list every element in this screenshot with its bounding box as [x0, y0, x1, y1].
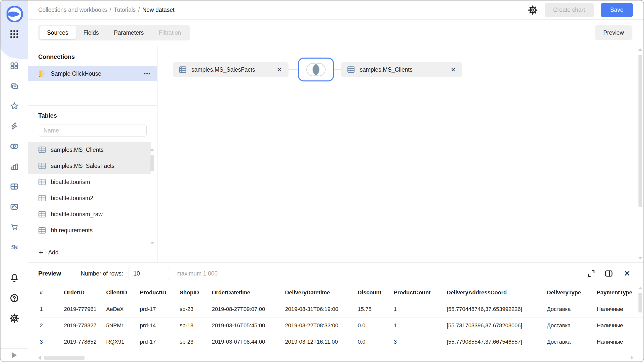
column-header-paymenttype: PaymentType: [597, 284, 643, 301]
preview-vertical-scrollbar[interactable]: [638, 287, 642, 350]
remove-source-icon[interactable]: ✕: [450, 66, 456, 73]
canvas-scrollbar[interactable]: [638, 48, 642, 259]
scroll-up-icon[interactable]: [638, 287, 642, 289]
marketplace-icon[interactable]: [9, 222, 19, 232]
table-row: 12019-777961AeDeXprd-17sp-232019-08-27T0…: [40, 301, 643, 317]
charts-icon[interactable]: [9, 161, 19, 171]
tab-parameters[interactable]: Parameters: [106, 26, 151, 39]
column-header-discount: Discount: [358, 284, 394, 301]
cell: 0.0: [358, 334, 394, 350]
table-search-input[interactable]: [39, 127, 146, 134]
notifications-icon[interactable]: [9, 273, 19, 283]
play-triangle-icon: [12, 352, 17, 358]
save-button[interactable]: Save: [601, 3, 633, 17]
scroll-down-icon[interactable]: [150, 242, 154, 244]
apps-grid-icon[interactable]: [10, 30, 18, 38]
fullscreen-icon[interactable]: [587, 269, 595, 278]
tabs-segmented-control: SourcesFieldsParametersFiltration: [38, 25, 190, 40]
remove-source-icon[interactable]: ✕: [276, 66, 283, 73]
split-view-icon[interactable]: [605, 269, 613, 278]
preview-table: #OrderIDClientIDProductIDShopIDOrderDate…: [40, 284, 643, 350]
create-chart-button[interactable]: Create chart: [545, 3, 594, 17]
source-chip-label: samples.MS_SalesFacts: [191, 66, 272, 73]
table-icon: [38, 146, 46, 153]
connection-name: Sample ClickHouse: [51, 70, 139, 77]
tab-bar: SourcesFieldsParametersFiltration Previe…: [28, 20, 643, 46]
table-list-item[interactable]: bibattle.tourism_raw: [28, 206, 151, 222]
table-list-item[interactable]: hh.requirements: [28, 222, 151, 238]
close-preview-icon[interactable]: ✕: [622, 269, 632, 278]
gallery-icon[interactable]: [9, 202, 19, 212]
preview-toggle-button[interactable]: Preview: [595, 25, 632, 40]
table-row: 22019-7783275NPMrprd-14sp-182019-03-16T0…: [40, 317, 643, 334]
help-icon[interactable]: [9, 293, 19, 303]
cell: 2019-777961: [64, 301, 106, 317]
scrollbar-thumb[interactable]: [638, 293, 642, 312]
tab-sources[interactable]: Sources: [39, 26, 76, 39]
datasets-icon[interactable]: [9, 141, 19, 151]
connection-item[interactable]: Sample ClickHouse •••: [28, 66, 157, 81]
more-menu-icon[interactable]: •••: [144, 71, 151, 76]
widgets-icon[interactable]: [9, 61, 19, 71]
cell: Доставка: [547, 301, 597, 317]
settings-icon[interactable]: [9, 313, 19, 323]
scrollbar-thumb[interactable]: [150, 155, 154, 171]
rows-max-hint: maximum 1 000: [176, 270, 218, 277]
breadcrumb-item[interactable]: Collections and workbooks: [38, 7, 107, 13]
dashboards-icon[interactable]: [9, 182, 19, 192]
table-list-item[interactable]: samples.MS_SalesFacts: [28, 158, 151, 174]
cell: Доставка: [547, 334, 597, 350]
table-name: bibattle.tourism2: [51, 195, 93, 202]
expand-panel-icon[interactable]: [1, 348, 28, 361]
cell: [55.731703396,37.678203006]: [447, 317, 547, 334]
datalens-logo-icon[interactable]: [7, 6, 23, 22]
scroll-down-icon[interactable]: [638, 257, 642, 259]
preview-panel: Preview Number of rows: maximum 1 000: [28, 262, 643, 361]
rows-count-input[interactable]: [129, 267, 169, 280]
favorites-icon[interactable]: [9, 101, 19, 111]
source-chip-salesfacts[interactable]: samples.MS_SalesFacts ✕: [173, 62, 289, 77]
table-row: 32019-778652RQX91prd-17sp-232019-03-07T0…: [40, 334, 643, 350]
scroll-left-icon[interactable]: [38, 356, 41, 360]
preview-horizontal-scrollbar[interactable]: [38, 355, 633, 360]
table-list-item[interactable]: samples.MS_Clients: [28, 142, 151, 158]
tables-scrollbar[interactable]: [150, 148, 154, 244]
scrollbar-thumb[interactable]: [44, 356, 85, 360]
cell: 2019-08-27T09:07:00: [212, 301, 285, 317]
scroll-right-icon[interactable]: [631, 356, 633, 360]
table-name: bibattle.tourism: [51, 179, 90, 186]
tab-filtration[interactable]: Filtration: [151, 26, 189, 39]
table-list-item[interactable]: bibattle.tourism: [28, 174, 151, 190]
tab-fields[interactable]: Fields: [76, 26, 106, 39]
scroll-up-icon[interactable]: [638, 48, 642, 51]
breadcrumb-item[interactable]: Tutorials: [114, 7, 136, 13]
column-header-productid: ProductID: [140, 284, 180, 301]
cell: Доставка: [547, 317, 597, 334]
table-name: hh.requirements: [51, 227, 93, 234]
scrollbar-thumb[interactable]: [638, 55, 642, 207]
breadcrumb: Collections and workbooks/Tutorials/New …: [38, 7, 528, 13]
connections-icon[interactable]: [9, 121, 19, 131]
table-list-item[interactable]: bibattle.tourism2: [28, 190, 151, 206]
breadcrumb-separator: /: [138, 7, 140, 13]
scroll-up-icon[interactable]: [150, 148, 154, 151]
join-node[interactable]: [298, 58, 334, 81]
cell: 2019-778327: [64, 317, 106, 334]
collections-icon[interactable]: [9, 81, 19, 91]
source-chip-clients[interactable]: samples.MS_Clients ✕: [341, 62, 462, 77]
cell: 2019-03-12T16:11:00: [285, 334, 358, 350]
column-header-num: #: [40, 284, 64, 301]
column-header-orderid: OrderID: [64, 284, 106, 301]
add-label: Add: [48, 249, 59, 256]
services-icon[interactable]: [9, 242, 19, 252]
cell: 0.0: [358, 317, 394, 334]
sources-content: Connections Sample ClickHouse •••: [28, 46, 643, 262]
cell: [55.779085547,37.667546557]: [447, 334, 547, 350]
sidebar-nav: [1, 61, 28, 252]
add-table-button[interactable]: + Add: [28, 245, 58, 259]
breadcrumb-item: New dataset: [142, 7, 175, 13]
preview-title: Preview: [38, 270, 61, 277]
dataset-settings-gear-icon[interactable]: [528, 5, 538, 15]
column-header-shopid: ShopID: [180, 284, 212, 301]
sources-canvas: samples.MS_SalesFacts ✕: [157, 46, 643, 262]
